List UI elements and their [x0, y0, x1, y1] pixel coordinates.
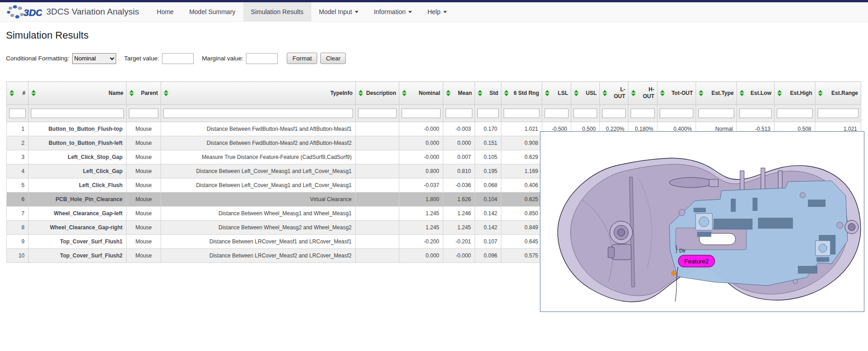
- column-header-hout[interactable]: H-OUT: [628, 82, 657, 105]
- cell-num: 2: [7, 136, 29, 150]
- marginal-value-input[interactable]: [246, 53, 278, 64]
- filter-cell-mean: [443, 105, 475, 122]
- sort-icon[interactable]: [603, 90, 607, 96]
- column-header-usl[interactable]: USL: [571, 82, 600, 105]
- cell-nominal: 1.245: [399, 207, 443, 221]
- cell-name: Left_Click_Flush: [29, 178, 127, 193]
- cell-name: Top_Cover_Surf_Flush2: [29, 249, 127, 263]
- clear-button[interactable]: Clear: [320, 53, 346, 64]
- column-header-mean[interactable]: Mean: [443, 82, 475, 105]
- filter-input-usl[interactable]: [574, 109, 597, 118]
- cell-num: 5: [7, 178, 29, 193]
- filter-cell-nominal: [399, 105, 443, 122]
- sort-icon[interactable]: [545, 90, 549, 96]
- filter-input-name[interactable]: [31, 109, 124, 118]
- cell-std: 0.107: [475, 235, 501, 249]
- column-header-totout[interactable]: Tot-OUT: [657, 82, 696, 105]
- cell-description: [356, 249, 399, 263]
- sort-icon[interactable]: [574, 90, 579, 96]
- sort-icon[interactable]: [358, 90, 363, 96]
- sort-icon[interactable]: [660, 90, 665, 96]
- nav-item-help[interactable]: Help: [420, 2, 455, 21]
- sort-icon[interactable]: [777, 90, 782, 96]
- cell-num: 4: [7, 164, 29, 178]
- column-header-description[interactable]: Description: [356, 82, 399, 105]
- filter-input-typeinfo[interactable]: [163, 109, 353, 118]
- filter-input-lsl[interactable]: [544, 109, 569, 118]
- format-button[interactable]: Format: [287, 53, 317, 64]
- filter-input-nominal[interactable]: [402, 109, 441, 118]
- sort-icon[interactable]: [402, 90, 407, 96]
- column-header-typeinfo[interactable]: TypeInfo: [161, 82, 356, 105]
- cell-description: [356, 122, 399, 136]
- sort-icon[interactable]: [164, 90, 168, 96]
- column-header-lout[interactable]: L-OUT: [600, 82, 628, 105]
- filter-input-num[interactable]: [9, 109, 26, 118]
- cell-mean: -0.036: [443, 178, 475, 193]
- cell-rng6: 1.169: [501, 164, 542, 178]
- cell-parent: Mouse: [127, 150, 161, 164]
- chevron-down-icon: [408, 11, 412, 13]
- filter-input-totout[interactable]: [660, 109, 693, 118]
- cell-typeinfo: Measure True Distance Feature-Feature (C…: [161, 150, 356, 164]
- cell-name: Wheel_Clearance_Gap-right: [29, 221, 127, 235]
- filter-input-lout[interactable]: [602, 109, 626, 118]
- nav-item-home[interactable]: Home: [149, 2, 181, 21]
- filter-input-hout[interactable]: [631, 109, 655, 118]
- filter-input-mean[interactable]: [446, 109, 472, 118]
- column-header-name[interactable]: Name: [29, 82, 127, 105]
- filter-input-rng6[interactable]: [504, 109, 539, 118]
- filter-cell-name: [29, 105, 127, 122]
- filter-input-esthigh[interactable]: [777, 109, 813, 118]
- nav-item-model-input[interactable]: Model Input: [311, 2, 366, 21]
- cell-name: PCB_Hole_Pin_Clearance: [29, 193, 127, 207]
- cell-mean: -0.003: [443, 122, 475, 136]
- sort-icon[interactable]: [740, 90, 744, 96]
- filter-input-esttype[interactable]: [698, 109, 734, 118]
- 3d-model-viewer[interactable]: Dir Feature2 ✱: [540, 131, 864, 312]
- sort-icon[interactable]: [129, 90, 134, 96]
- column-header-lsl[interactable]: LSL: [542, 82, 571, 105]
- sort-icon[interactable]: [631, 90, 636, 96]
- cell-typeinfo: Distance Between LRCover_Measf1 and LRCo…: [161, 235, 356, 249]
- cell-mean: 0.810: [443, 164, 475, 178]
- filter-input-estlow[interactable]: [739, 109, 772, 118]
- cell-nominal: -0.000: [399, 150, 443, 164]
- sort-icon[interactable]: [818, 90, 823, 96]
- column-header-estlow[interactable]: Est.Low: [737, 82, 775, 105]
- column-header-esttype[interactable]: Est.Type: [696, 82, 737, 105]
- filter-cell-totout: [657, 105, 696, 122]
- sort-icon[interactable]: [446, 90, 451, 96]
- cell-mean: 1.626: [443, 193, 475, 207]
- nav-item-model-summary[interactable]: Model Summary: [181, 2, 243, 21]
- column-header-std[interactable]: Std: [475, 82, 501, 105]
- brand[interactable]: 3DCS 3DCS Variation Analysis: [0, 2, 139, 21]
- measurement-marker-icon: ✱: [671, 269, 677, 277]
- cell-rng6: 0.575: [501, 249, 542, 263]
- nav-item-simulation-results[interactable]: Simulation Results: [243, 2, 311, 21]
- filter-input-estrange[interactable]: [818, 109, 858, 118]
- filter-cell-lout: [600, 105, 628, 122]
- cell-std: 0.104: [475, 193, 501, 207]
- sort-icon[interactable]: [699, 90, 703, 96]
- column-header-num[interactable]: #: [7, 82, 29, 105]
- column-header-esthigh[interactable]: Est.High: [775, 82, 815, 105]
- column-header-rng6[interactable]: 6 Std Rng: [501, 82, 542, 105]
- cell-parent: Mouse: [127, 178, 161, 193]
- column-header-parent[interactable]: Parent: [127, 82, 161, 105]
- column-header-nominal[interactable]: Nominal: [399, 82, 443, 105]
- filter-input-parent[interactable]: [129, 109, 158, 118]
- cell-rng6: 0.406: [501, 178, 542, 193]
- sort-icon[interactable]: [31, 90, 36, 96]
- cell-name: Left_Click_Stop_Gap: [29, 150, 127, 164]
- sort-icon[interactable]: [504, 90, 509, 96]
- cell-std: 0.105: [475, 150, 501, 164]
- filter-input-description[interactable]: [358, 109, 397, 118]
- sort-icon[interactable]: [478, 90, 482, 96]
- conditional-formatting-select[interactable]: Nominal: [72, 53, 116, 64]
- sort-icon[interactable]: [10, 90, 14, 96]
- target-value-input[interactable]: [162, 53, 194, 64]
- filter-input-std[interactable]: [477, 109, 499, 118]
- column-header-estrange[interactable]: Est.Range: [815, 82, 861, 105]
- nav-item-information[interactable]: Information: [366, 2, 420, 21]
